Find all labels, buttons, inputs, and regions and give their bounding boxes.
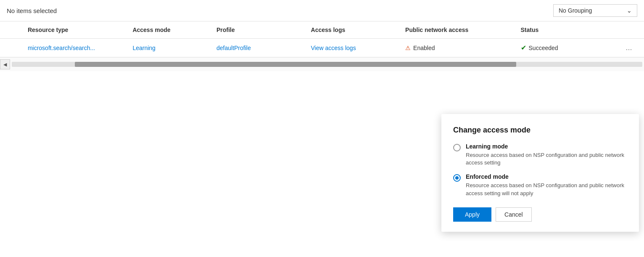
scrollbar-thumb[interactable] bbox=[75, 62, 516, 67]
learning-mode-radio[interactable] bbox=[453, 144, 461, 151]
access-logs-link[interactable]: View access logs bbox=[311, 45, 356, 51]
row-profile: defaultProfile bbox=[210, 39, 304, 57]
profile-link[interactable]: defaultProfile bbox=[216, 45, 251, 51]
row-resource-type: microsoft.search/search... bbox=[21, 39, 126, 57]
learning-mode-description: Resource access based on NSP configurati… bbox=[466, 151, 627, 167]
enforced-mode-description: Resource access based on NSP configurati… bbox=[466, 182, 627, 197]
grouping-dropdown[interactable]: No Grouping ⌄ bbox=[553, 4, 637, 17]
row-access-mode: Learning bbox=[126, 39, 210, 57]
col-header-profile: Profile bbox=[210, 21, 304, 39]
learning-mode-label: Learning mode bbox=[466, 143, 627, 150]
status-label: Succeeded bbox=[529, 45, 558, 51]
table-row: microsoft.search/search... Learning defa… bbox=[0, 39, 644, 57]
success-icon: ✔ bbox=[521, 44, 526, 52]
apply-button[interactable]: Apply bbox=[453, 207, 491, 222]
resource-type-link[interactable]: microsoft.search/search... bbox=[28, 45, 95, 51]
col-header-status: Status bbox=[514, 21, 619, 39]
row-access-logs: View access logs bbox=[304, 39, 399, 57]
cancel-button[interactable]: Cancel bbox=[496, 207, 532, 222]
enforced-mode-label-group: Enforced mode Resource access based on N… bbox=[466, 173, 627, 197]
row-more-actions[interactable]: … bbox=[619, 39, 644, 57]
row-public-network: ⚠ Enabled bbox=[399, 39, 514, 57]
status-cell: ✔ Succeeded bbox=[521, 44, 612, 52]
learning-mode-option: Learning mode Resource access based on N… bbox=[453, 143, 627, 167]
chevron-down-icon: ⌄ bbox=[627, 7, 632, 14]
public-network-label: Enabled bbox=[413, 45, 435, 51]
scroll-left-button[interactable]: ◀ bbox=[0, 59, 10, 69]
no-items-label: No items selected bbox=[7, 7, 57, 14]
col-header-public-network: Public network access bbox=[399, 21, 514, 39]
public-network-status: ⚠ Enabled bbox=[405, 45, 507, 51]
change-access-mode-panel: Change access mode Learning mode Resourc… bbox=[441, 114, 639, 232]
enforced-mode-label: Enforced mode bbox=[466, 173, 627, 180]
table-header-row: Resource type Access mode Profile Access… bbox=[0, 21, 644, 39]
enforced-mode-radio[interactable] bbox=[453, 174, 461, 182]
scrollbar-track[interactable] bbox=[12, 62, 642, 67]
more-actions-icon[interactable]: … bbox=[626, 44, 632, 51]
enforced-mode-option: Enforced mode Resource access based on N… bbox=[453, 173, 627, 197]
col-header-resource-type: Resource type bbox=[21, 21, 126, 39]
grouping-label: No Grouping bbox=[559, 7, 592, 14]
scroll-left-icon: ◀ bbox=[3, 62, 7, 67]
main-area: Resource type Access mode Profile Access… bbox=[0, 21, 644, 71]
col-header-access-logs: Access logs bbox=[304, 21, 399, 39]
scrollbar-container: ◀ bbox=[0, 57, 644, 71]
data-table: Resource type Access mode Profile Access… bbox=[0, 21, 644, 57]
row-checkbox-cell bbox=[0, 39, 21, 57]
col-header-actions bbox=[619, 21, 644, 39]
warning-icon: ⚠ bbox=[405, 45, 411, 51]
popup-title: Change access mode bbox=[453, 126, 627, 135]
row-status: ✔ Succeeded bbox=[514, 39, 619, 57]
col-header-checkbox bbox=[0, 21, 21, 39]
access-mode-link[interactable]: Learning bbox=[132, 45, 156, 51]
top-bar: No items selected No Grouping ⌄ bbox=[0, 0, 644, 21]
table-container: Resource type Access mode Profile Access… bbox=[0, 21, 644, 57]
col-header-access-mode: Access mode bbox=[126, 21, 210, 39]
learning-mode-label-group: Learning mode Resource access based on N… bbox=[466, 143, 627, 167]
popup-actions: Apply Cancel bbox=[453, 207, 627, 222]
